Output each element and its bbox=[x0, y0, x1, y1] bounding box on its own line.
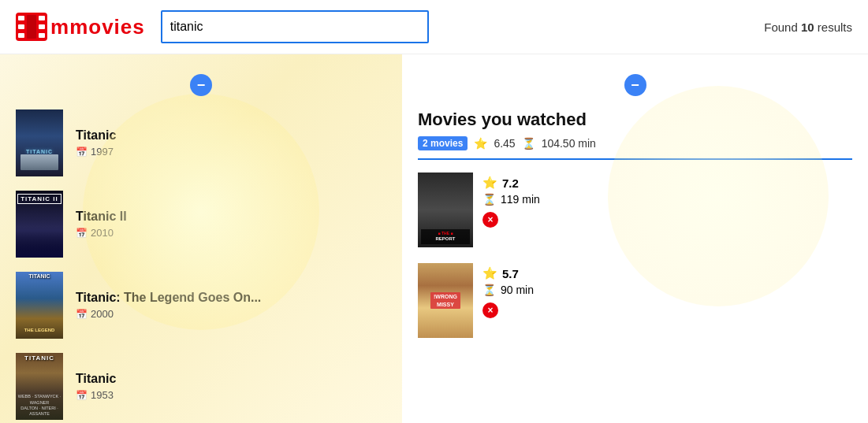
calendar-icon: 📅 bbox=[76, 390, 88, 401]
movie-year: 📅 1953 bbox=[76, 389, 116, 401]
movie-list: TITANIC Titanic 📅 1997 TITANIC II bbox=[0, 54, 402, 423]
calendar-icon: 📅 bbox=[76, 309, 88, 320]
movie-item[interactable]: TITANIC WEBB · STANWYCK · WAGNERDALTON ·… bbox=[16, 353, 386, 420]
movie-info: Titanic 📅 1953 bbox=[76, 372, 116, 401]
total-duration: 104.50 min bbox=[542, 137, 596, 150]
calendar-icon: 📅 bbox=[76, 147, 88, 158]
movie-poster: TITANIC bbox=[16, 109, 63, 176]
watched-stats: 2 movies ⭐ 6.45 ⏳ 104.50 min bbox=[418, 136, 852, 160]
header: mmovies Found 10 results bbox=[0, 0, 868, 54]
watched-movies-list: ■ THE ■ REPORT ⭐ 7.2 ⏳ 119 min bbox=[418, 173, 852, 338]
movie-year: 📅 2010 bbox=[76, 227, 127, 239]
results-number: 10 bbox=[801, 20, 814, 34]
movie-year: 📅 1997 bbox=[76, 146, 116, 158]
svg-rect-2 bbox=[18, 24, 24, 29]
avg-rating: 6.45 bbox=[494, 137, 515, 150]
watched-movie-item: !WRONGMISSY ⭐ 5.7 ⏳ 90 min × bbox=[418, 263, 852, 338]
movie-title: Titanic bbox=[76, 372, 116, 386]
duration-row: ⏳ 119 min bbox=[482, 193, 540, 206]
movie-year: 📅 2000 bbox=[76, 308, 261, 320]
svg-rect-1 bbox=[18, 16, 24, 20]
right-panel: − Movies you watched 2 movies ⭐ 6.45 ⏳ 1… bbox=[402, 54, 868, 423]
watched-section: Movies you watched 2 movies ⭐ 6.45 ⏳ 104… bbox=[418, 70, 852, 338]
main-content: − TITANIC Titanic 📅 1997 bbox=[0, 54, 868, 423]
star-emoji: ⭐ bbox=[474, 137, 487, 150]
collapse-right-button[interactable]: − bbox=[624, 74, 646, 96]
calendar-icon: 📅 bbox=[76, 228, 88, 239]
rating-row: ⭐ 5.7 bbox=[482, 266, 534, 280]
rating-value: 5.7 bbox=[502, 267, 519, 280]
movie-info: Titanic: The Legend Goes On... 📅 2000 bbox=[76, 291, 261, 320]
hourglass-icon: ⏳ bbox=[482, 284, 496, 296]
logo-icon bbox=[16, 13, 47, 41]
logo-letter-m: m bbox=[50, 15, 69, 39]
left-panel: − TITANIC Titanic 📅 1997 bbox=[0, 54, 402, 423]
rating-row: ⭐ 7.2 bbox=[482, 176, 540, 190]
svg-rect-7 bbox=[27, 15, 36, 39]
remove-watched-button[interactable]: × bbox=[482, 302, 498, 318]
star-icon: ⭐ bbox=[482, 176, 497, 190]
collapse-right-label: − bbox=[631, 78, 639, 92]
results-label: Found bbox=[764, 20, 801, 34]
logo: mmovies bbox=[16, 13, 145, 41]
star-icon: ⭐ bbox=[482, 266, 497, 280]
watched-poster: ■ THE ■ REPORT bbox=[418, 173, 473, 247]
results-suffix: results bbox=[814, 20, 852, 34]
movie-info: Titanic 📅 1997 bbox=[76, 128, 116, 158]
movie-poster: TITANIC THE LEGEND bbox=[16, 272, 63, 339]
rating-value: 7.2 bbox=[502, 176, 519, 190]
duration-value: 90 min bbox=[501, 284, 534, 296]
hourglass-icon: ⏳ bbox=[482, 193, 496, 206]
svg-rect-3 bbox=[18, 33, 24, 38]
collapse-left-label: − bbox=[197, 78, 206, 92]
watched-movie-details: ⭐ 5.7 ⏳ 90 min × bbox=[482, 263, 534, 318]
svg-rect-5 bbox=[39, 24, 45, 29]
remove-watched-button[interactable]: × bbox=[482, 212, 498, 228]
duration-row: ⏳ 90 min bbox=[482, 284, 534, 296]
search-input[interactable] bbox=[161, 10, 429, 43]
watched-poster: !WRONGMISSY bbox=[418, 263, 473, 338]
movie-item[interactable]: TITANIC Titanic 📅 1997 bbox=[16, 109, 386, 176]
watched-title: Movies you watched bbox=[418, 109, 852, 130]
logo-word: movies bbox=[69, 15, 145, 39]
watched-movie-item: ■ THE ■ REPORT ⭐ 7.2 ⏳ 119 min bbox=[418, 173, 852, 247]
watched-movie-details: ⭐ 7.2 ⏳ 119 min × bbox=[482, 173, 540, 228]
movie-item[interactable]: TITANIC II Titanic II 📅 2010 bbox=[16, 191, 386, 258]
movie-poster: TITANIC WEBB · STANWYCK · WAGNERDALTON ·… bbox=[16, 353, 63, 420]
hourglass-emoji: ⏳ bbox=[522, 137, 535, 150]
movies-count-badge: 2 movies bbox=[418, 136, 468, 150]
movie-title: Titanic bbox=[76, 128, 116, 143]
svg-rect-6 bbox=[39, 33, 45, 38]
movie-title: Titanic II bbox=[76, 210, 127, 224]
duration-value: 119 min bbox=[501, 193, 540, 206]
logo-text: mmovies bbox=[50, 15, 145, 39]
movie-title: Titanic: The Legend Goes On... bbox=[76, 291, 261, 305]
collapse-left-button[interactable]: − bbox=[190, 74, 212, 96]
movie-poster: TITANIC II bbox=[16, 191, 63, 258]
movie-item[interactable]: TITANIC THE LEGEND Titanic: The Legend G… bbox=[16, 272, 386, 339]
movie-info: Titanic II 📅 2010 bbox=[76, 210, 127, 239]
results-count: Found 10 results bbox=[764, 20, 852, 34]
svg-rect-4 bbox=[39, 16, 45, 20]
